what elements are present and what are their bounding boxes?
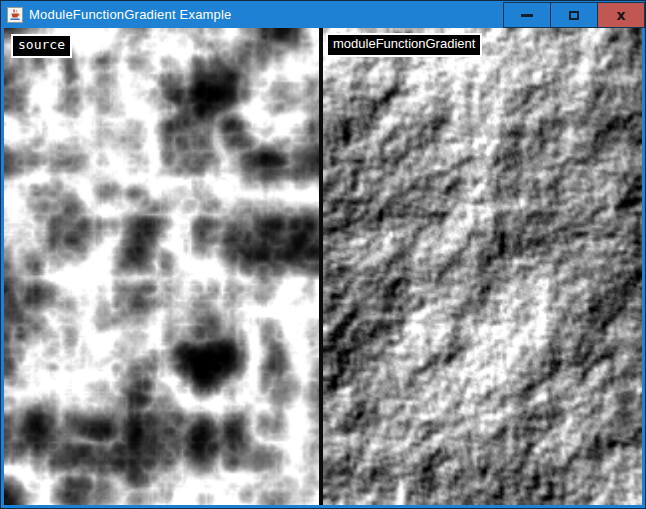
window-content: source moduleFunctionGradient xyxy=(1,28,645,508)
module-function-gradient-image xyxy=(323,28,642,505)
maximize-button[interactable] xyxy=(550,2,598,28)
module-function-gradient-label: moduleFunctionGradient xyxy=(326,33,482,57)
java-coffee-cup-icon xyxy=(7,7,23,23)
close-button[interactable]: x xyxy=(597,2,645,28)
title-bar[interactable]: ModuleFunctionGradient Example x xyxy=(1,1,645,28)
close-icon: x xyxy=(616,8,625,22)
source-panel: source xyxy=(4,28,319,505)
window-controls: x xyxy=(503,1,645,28)
app-window: ModuleFunctionGradient Example x source … xyxy=(0,0,646,509)
maximize-icon xyxy=(569,11,579,20)
image-area: source moduleFunctionGradient xyxy=(4,28,642,505)
source-image xyxy=(4,28,319,505)
gradient-panel: moduleFunctionGradient xyxy=(323,28,642,505)
window-title: ModuleFunctionGradient Example xyxy=(29,7,232,22)
source-label: source xyxy=(11,34,72,58)
minimize-icon xyxy=(521,14,533,17)
minimize-button[interactable] xyxy=(503,2,551,28)
